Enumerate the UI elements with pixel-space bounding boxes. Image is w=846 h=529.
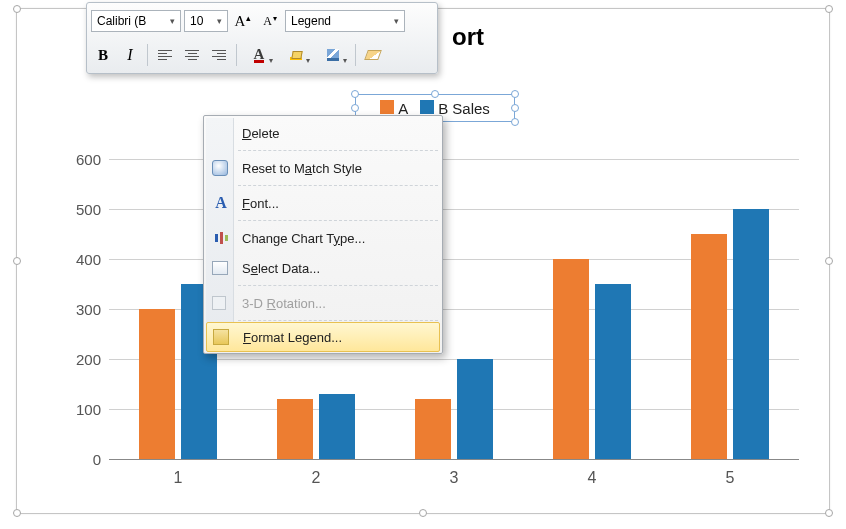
legend-entry-a[interactable]: A bbox=[380, 100, 408, 117]
chevron-down-icon: ▾ bbox=[343, 56, 347, 65]
chart-title[interactable]: ort bbox=[452, 23, 484, 51]
menu-label: Delete bbox=[242, 126, 280, 141]
legend-handle[interactable] bbox=[351, 90, 359, 98]
resize-handle-top-right[interactable] bbox=[825, 5, 833, 13]
bar-series-a[interactable] bbox=[415, 399, 451, 459]
menu-separator bbox=[238, 320, 438, 321]
y-axis-label: 200 bbox=[61, 351, 101, 368]
bar-series-b[interactable] bbox=[457, 359, 493, 459]
x-axis-label: 5 bbox=[710, 469, 750, 487]
menu-label: Reset to Match Style bbox=[242, 161, 362, 176]
resize-handle-bottom-left[interactable] bbox=[13, 509, 21, 517]
chevron-down-icon: ▾ bbox=[167, 16, 178, 26]
align-left-button[interactable] bbox=[153, 43, 177, 67]
clear-formatting-button[interactable] bbox=[361, 43, 385, 67]
font-name-value: Calibri (B bbox=[97, 14, 167, 28]
select-data-icon bbox=[212, 261, 228, 275]
chart-element-value: Legend bbox=[291, 14, 391, 28]
italic-icon: I bbox=[127, 46, 132, 64]
shrink-font-icon: A▾ bbox=[263, 14, 277, 29]
legend-handle[interactable] bbox=[431, 90, 439, 98]
bar-series-a[interactable] bbox=[691, 234, 727, 459]
x-axis-label: 3 bbox=[434, 469, 474, 487]
legend-swatch-b bbox=[420, 100, 434, 114]
menu-item-3d-rotation: 3-D Rotation... bbox=[206, 288, 440, 318]
chart-element-combo[interactable]: Legend ▾ bbox=[285, 10, 405, 32]
shrink-font-button[interactable]: A▾ bbox=[258, 9, 282, 33]
y-axis-label: 600 bbox=[61, 151, 101, 168]
y-axis-label: 100 bbox=[61, 401, 101, 418]
menu-separator bbox=[238, 150, 438, 151]
legend-swatch-a bbox=[380, 100, 394, 114]
separator bbox=[355, 44, 356, 66]
chevron-down-icon: ▾ bbox=[214, 16, 225, 26]
legend-entry-b[interactable]: B Sales bbox=[420, 100, 490, 117]
reset-style-icon bbox=[212, 160, 228, 176]
font-name-combo[interactable]: Calibri (B ▾ bbox=[91, 10, 181, 32]
x-axis-label: 2 bbox=[296, 469, 336, 487]
resize-handle-right[interactable] bbox=[825, 257, 833, 265]
grow-font-icon: A▴ bbox=[235, 13, 252, 30]
menu-label: Select Data... bbox=[242, 261, 320, 276]
legend-handle[interactable] bbox=[511, 118, 519, 126]
separator bbox=[147, 44, 148, 66]
font-size-combo[interactable]: 10 ▾ bbox=[184, 10, 228, 32]
menu-item-font[interactable]: A Font... bbox=[206, 188, 440, 218]
paint-bucket-icon bbox=[290, 50, 302, 60]
legend-context-menu: Delete Reset to Match Style A Font... Ch… bbox=[203, 115, 443, 354]
legend-label-b: B Sales bbox=[438, 100, 490, 117]
menu-label: Format Legend... bbox=[243, 330, 342, 345]
rotate-3d-icon bbox=[212, 296, 226, 310]
legend-handle[interactable] bbox=[511, 90, 519, 98]
italic-button[interactable]: I bbox=[118, 43, 142, 67]
menu-separator bbox=[238, 185, 438, 186]
legend-handle[interactable] bbox=[511, 104, 519, 112]
y-axis-label: 400 bbox=[61, 251, 101, 268]
outline-icon bbox=[327, 49, 339, 61]
resize-handle-top-left[interactable] bbox=[13, 5, 21, 13]
grow-font-button[interactable]: A▴ bbox=[231, 9, 255, 33]
menu-label: 3-D Rotation... bbox=[242, 296, 326, 311]
bar-series-a[interactable] bbox=[139, 309, 175, 459]
eraser-icon bbox=[364, 50, 382, 60]
font-color-button[interactable]: A▾ bbox=[242, 43, 276, 67]
bold-icon: B bbox=[98, 47, 108, 64]
align-right-button[interactable] bbox=[207, 43, 231, 67]
mini-toolbar: Calibri (B ▾ 10 ▾ A▴ A▾ Legend ▾ B I A▾ … bbox=[86, 2, 438, 74]
resize-handle-bottom-right[interactable] bbox=[825, 509, 833, 517]
bold-button[interactable]: B bbox=[91, 43, 115, 67]
bar-series-a[interactable] bbox=[277, 399, 313, 459]
outline-color-button[interactable]: ▾ bbox=[316, 43, 350, 67]
chevron-down-icon: ▾ bbox=[269, 56, 273, 65]
align-right-icon bbox=[212, 50, 226, 60]
menu-item-select-data[interactable]: Select Data... bbox=[206, 253, 440, 283]
align-center-icon bbox=[185, 50, 199, 60]
gridline bbox=[109, 459, 799, 460]
legend-handle[interactable] bbox=[351, 104, 359, 112]
y-axis-label: 300 bbox=[61, 301, 101, 318]
format-legend-icon bbox=[213, 329, 229, 345]
font-color-icon: A bbox=[254, 48, 265, 63]
font-icon: A bbox=[212, 194, 230, 212]
y-axis-label: 0 bbox=[61, 451, 101, 468]
menu-item-format-legend[interactable]: Format Legend... bbox=[206, 322, 440, 352]
x-axis-label: 4 bbox=[572, 469, 612, 487]
menu-separator bbox=[238, 220, 438, 221]
legend-label-a: A bbox=[398, 100, 408, 117]
menu-label: Change Chart Type... bbox=[242, 231, 365, 246]
align-center-button[interactable] bbox=[180, 43, 204, 67]
menu-item-delete[interactable]: Delete bbox=[206, 118, 440, 148]
resize-handle-left[interactable] bbox=[13, 257, 21, 265]
bar-series-b[interactable] bbox=[319, 394, 355, 459]
fill-color-button[interactable]: ▾ bbox=[279, 43, 313, 67]
bar-series-b[interactable] bbox=[733, 209, 769, 459]
menu-item-reset-style[interactable]: Reset to Match Style bbox=[206, 153, 440, 183]
x-axis-label: 1 bbox=[158, 469, 198, 487]
bar-series-a[interactable] bbox=[553, 259, 589, 459]
resize-handle-bottom[interactable] bbox=[419, 509, 427, 517]
chevron-down-icon: ▾ bbox=[391, 16, 402, 26]
separator bbox=[236, 44, 237, 66]
menu-item-change-chart-type[interactable]: Change Chart Type... bbox=[206, 223, 440, 253]
bar-series-b[interactable] bbox=[595, 284, 631, 459]
menu-separator bbox=[238, 285, 438, 286]
